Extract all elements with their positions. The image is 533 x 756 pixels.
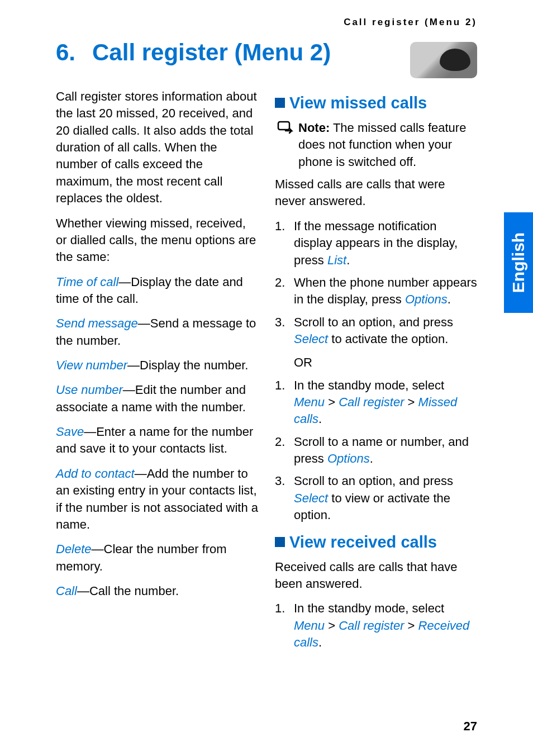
intro-paragraph: Call register stores information about t…: [56, 88, 258, 207]
desc: —Call the number.: [77, 584, 179, 598]
term: View number: [56, 358, 127, 372]
ui-term: Call register: [339, 395, 404, 409]
step-item: In the standby mode, select Menu > Call …: [275, 600, 477, 651]
term: Delete: [56, 542, 92, 556]
section-bullet-icon: [275, 537, 285, 547]
option-send-message: Send message—Send a message to the numbe…: [56, 315, 258, 349]
steps-list-b: In the standby mode, select Menu > Call …: [275, 377, 477, 524]
section-view-received-calls: View received calls: [275, 531, 477, 553]
step-item: If the message notification display appe…: [275, 218, 477, 269]
section-title: View received calls: [289, 531, 437, 553]
desc: —Enter a name for the number and save it…: [56, 425, 253, 455]
ui-term: List: [327, 253, 346, 267]
note-label: Note:: [298, 121, 330, 135]
ui-term: Select: [294, 491, 328, 505]
or-separator: OR: [275, 354, 477, 371]
received-desc: Received calls are calls that have been …: [275, 559, 477, 593]
section-title: View missed calls: [289, 92, 427, 114]
ui-term: Select: [294, 332, 328, 346]
option-use-number: Use number—Edit the number and associate…: [56, 382, 258, 416]
option-view-number: View number—Display the number.: [56, 357, 258, 374]
note-block: Note: The missed calls feature does not …: [275, 120, 477, 170]
missed-desc: Missed calls are calls that were never a…: [275, 176, 477, 210]
step-item: Scroll to an option, and press Select to…: [275, 314, 477, 348]
option-delete: Delete—Clear the number from memory.: [56, 541, 258, 575]
note-arrow-icon: [275, 120, 298, 170]
steps-list-a: If the message notification display appe…: [275, 218, 477, 348]
ui-term: Menu: [294, 619, 325, 633]
steps-list-c: In the standby mode, select Menu > Call …: [275, 600, 477, 651]
term: Use number: [56, 383, 123, 397]
option-save: Save—Enter a name for the number and sav…: [56, 424, 258, 458]
section-bullet-icon: [275, 98, 285, 108]
svg-rect-0: [278, 122, 289, 130]
term: Save: [56, 425, 84, 439]
left-column: Call register stores information about t…: [56, 88, 258, 658]
term: Time of call: [56, 275, 118, 289]
step-item: In the standby mode, select Menu > Call …: [275, 377, 477, 428]
chapter-number: 6.: [56, 39, 75, 66]
term: Call: [56, 584, 77, 598]
ui-term: Options: [405, 292, 448, 306]
chapter-title-text: Call register (Menu 2): [92, 39, 331, 66]
ui-term: Call register: [339, 619, 404, 633]
ui-term: Menu: [294, 395, 325, 409]
option-add-to-contact: Add to contact—Add the number to an exis…: [56, 465, 258, 533]
term: Send message: [56, 316, 138, 330]
running-header: Call register (Menu 2): [56, 17, 477, 28]
option-call: Call—Call the number.: [56, 583, 258, 600]
term: Add to contact: [56, 467, 135, 481]
option-time-of-call: Time of call—Display the date and time o…: [56, 274, 258, 308]
right-column: View missed calls Note: The missed calls…: [275, 88, 477, 658]
ui-term: Options: [327, 451, 370, 465]
page-number: 27: [464, 719, 477, 734]
lead-paragraph: Whether viewing missed, received, or dia…: [56, 215, 258, 266]
language-tab: English: [504, 212, 533, 313]
language-tab-label: English: [509, 232, 528, 293]
step-item: When the phone number appears in the dis…: [275, 274, 477, 308]
section-view-missed-calls: View missed calls: [275, 92, 477, 114]
step-item: Scroll to a name or number, and press Op…: [275, 434, 477, 468]
step-item: Scroll to an option, and press Select to…: [275, 473, 477, 524]
phone-icon: [410, 42, 477, 78]
desc: —Display the number.: [127, 358, 248, 372]
